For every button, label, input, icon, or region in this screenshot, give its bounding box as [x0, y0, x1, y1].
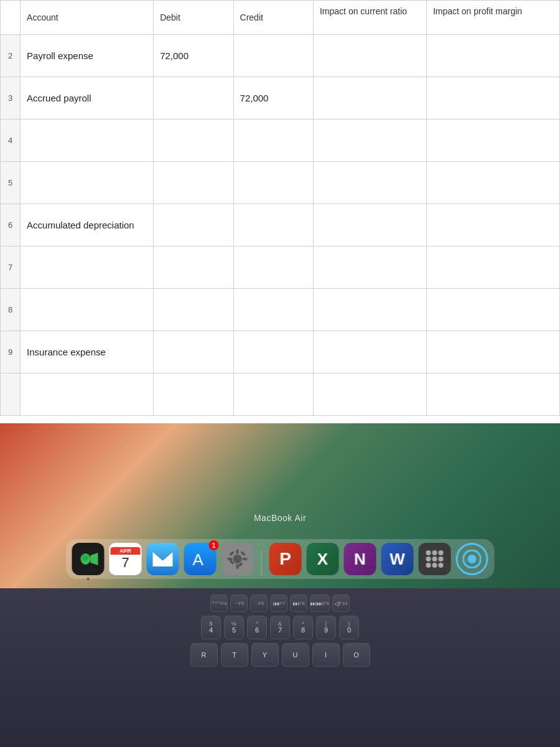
header-current-ratio: Impact on current ratio: [313, 1, 426, 35]
dock-icon-screen-record[interactable]: [456, 543, 488, 575]
profit-margin-cell[interactable]: [426, 374, 559, 416]
key-caret-6[interactable]: ^ 6: [247, 616, 267, 639]
svg-rect-8: [236, 549, 239, 554]
current-ratio-cell[interactable]: [313, 35, 426, 77]
current-ratio-cell[interactable]: [313, 204, 426, 247]
svg-point-2: [83, 555, 89, 561]
key-i[interactable]: I: [312, 643, 340, 667]
svg-point-7: [233, 555, 242, 563]
key-o[interactable]: O: [343, 643, 370, 667]
debit-cell[interactable]: [154, 374, 233, 416]
key-u[interactable]: U: [282, 643, 309, 667]
key-r[interactable]: R: [190, 643, 218, 667]
current-ratio-cell[interactable]: [313, 289, 426, 331]
credit-cell[interactable]: [233, 247, 313, 289]
row-num: [1, 374, 21, 416]
current-ratio-cell[interactable]: [313, 331, 426, 374]
account-cell[interactable]: Accrued payroll: [21, 77, 154, 120]
profit-margin-cell[interactable]: [426, 162, 559, 204]
credit-cell[interactable]: [233, 162, 313, 204]
svg-rect-11: [243, 558, 248, 560]
credit-cell[interactable]: [233, 35, 313, 77]
account-cell[interactable]: [21, 374, 154, 416]
current-ratio-cell[interactable]: [313, 77, 426, 120]
key-percent-5[interactable]: % 5: [224, 616, 244, 639]
credit-cell[interactable]: [233, 374, 313, 416]
account-cell[interactable]: Insurance expense: [21, 331, 154, 374]
current-ratio-cell[interactable]: [313, 247, 426, 289]
key-f6[interactable]: ⋱ F6: [250, 594, 268, 612]
dock-icon-excel[interactable]: X: [307, 543, 339, 575]
table-row: 9 Insurance expense: [1, 331, 560, 374]
key-lparen-9[interactable]: ( 9: [316, 616, 336, 639]
svg-point-18: [439, 550, 444, 555]
profit-margin-cell[interactable]: [426, 289, 559, 331]
dock-icon-calendar[interactable]: APR 7: [110, 543, 142, 575]
letter-key-row: R T Y U I O: [190, 643, 370, 667]
key-rparen-0[interactable]: ) 0: [339, 616, 359, 639]
credit-cell[interactable]: [233, 204, 313, 247]
debit-cell[interactable]: [154, 289, 233, 331]
current-ratio-cell[interactable]: [313, 374, 426, 416]
account-cell[interactable]: Payroll expense: [21, 35, 154, 77]
dock-icon-word[interactable]: W: [381, 543, 414, 575]
fn-key-row: ⠿⠿⠿ F4 ⋯ F5 ⋱ F6 ⏮ F7 ⏭ F8 ⏭⏭ F9: [210, 594, 349, 612]
row-num: 4: [1, 120, 21, 162]
key-asterisk-8[interactable]: * 8: [293, 616, 313, 639]
header-row-num: [1, 1, 21, 35]
header-debit: Debit: [154, 1, 233, 35]
key-dollar-4[interactable]: $ 4: [201, 616, 221, 639]
dock-icon-facetime[interactable]: [72, 543, 105, 575]
credit-cell[interactable]: [233, 331, 313, 374]
account-cell[interactable]: [21, 162, 154, 204]
key-f8[interactable]: ⏭ F8: [290, 594, 307, 612]
debit-cell[interactable]: 72,000: [154, 35, 233, 77]
key-f10[interactable]: ◁ F10: [332, 594, 350, 612]
debit-cell[interactable]: [154, 120, 233, 162]
account-cell[interactable]: [21, 120, 154, 162]
table-row: 4: [1, 120, 560, 162]
profit-margin-cell[interactable]: [426, 331, 559, 374]
dock-icon-onenote[interactable]: N: [344, 543, 376, 575]
debit-cell[interactable]: [154, 204, 233, 247]
key-t[interactable]: T: [221, 643, 248, 667]
profit-margin-cell[interactable]: [426, 35, 559, 77]
debit-cell[interactable]: [154, 247, 233, 289]
key-f9[interactable]: ⏭⏭ F9: [310, 594, 329, 612]
current-ratio-cell[interactable]: [313, 120, 426, 162]
debit-cell[interactable]: [154, 331, 233, 374]
profit-margin-cell[interactable]: [426, 77, 559, 120]
svg-point-21: [439, 557, 444, 561]
credit-cell[interactable]: [233, 289, 313, 331]
credit-cell[interactable]: 72,000: [233, 77, 313, 120]
credit-cell[interactable]: [233, 120, 313, 162]
dock-icon-system-prefs[interactable]: [222, 543, 254, 575]
debit-cell[interactable]: [154, 162, 233, 204]
svg-rect-9: [236, 564, 239, 569]
profit-margin-cell[interactable]: [426, 247, 559, 289]
account-cell[interactable]: [21, 247, 154, 289]
spreadsheet-container: Account Debit Credit Impact on current r…: [0, 0, 560, 423]
svg-point-19: [426, 557, 431, 561]
table-row: 5: [1, 162, 560, 204]
key-f4[interactable]: ⠿⠿⠿ F4: [210, 594, 228, 612]
dock: APR 7 A 1 P X N W: [66, 539, 495, 579]
profit-margin-cell[interactable]: [426, 120, 559, 162]
svg-point-20: [432, 557, 437, 561]
key-y[interactable]: Y: [251, 643, 279, 667]
profit-margin-cell[interactable]: [426, 204, 559, 247]
key-f7[interactable]: ⏮ F7: [270, 594, 287, 612]
account-cell[interactable]: Accumulated depreciation: [21, 204, 154, 247]
row-num: 5: [1, 162, 21, 204]
key-ampersand-7[interactable]: & 7: [270, 616, 290, 639]
account-cell[interactable]: [21, 289, 154, 331]
dock-icon-powerpoint[interactable]: P: [269, 543, 302, 575]
dock-icon-mail[interactable]: [147, 543, 179, 575]
dock-icon-launchpad[interactable]: [419, 543, 451, 575]
debit-cell[interactable]: [154, 77, 233, 120]
current-ratio-cell[interactable]: [313, 162, 426, 204]
header-account: Account: [21, 1, 154, 35]
dock-icon-appstore[interactable]: A 1: [184, 543, 217, 575]
svg-point-16: [426, 550, 431, 555]
key-f5[interactable]: ⋯ F5: [230, 594, 248, 612]
